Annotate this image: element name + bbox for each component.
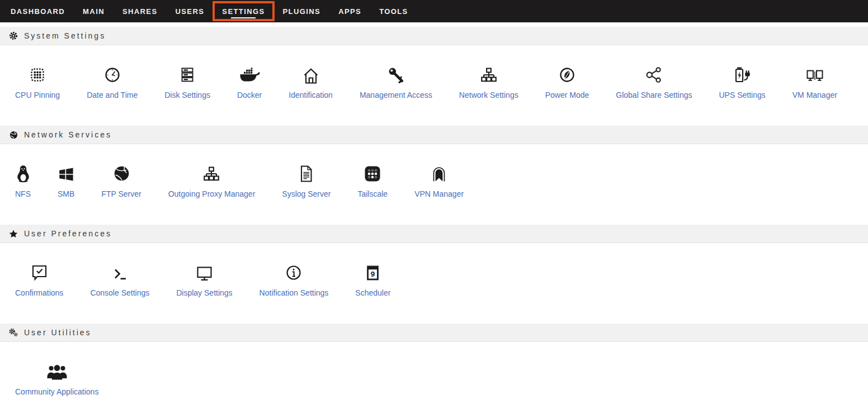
panel-label: Date and Time [87,91,138,99]
info-circle-icon [285,263,303,282]
microchip-icon [29,65,46,84]
panel-label: UPS Settings [719,91,765,99]
panel-identification[interactable]: Identification [275,65,346,99]
settings-page: System SettingsCPU PinningDate and TimeD… [0,27,868,404]
nav-item-settings[interactable]: SETTINGS [220,0,266,22]
nav-item-shares[interactable]: SHARES [121,0,159,22]
panel-ups-settings[interactable]: UPS Settings [705,65,779,99]
hood-arch-icon [431,164,447,183]
section-title: System Settings [24,31,106,40]
nav-item-label: PLUGINS [283,7,321,16]
panel-label: Console Settings [90,288,149,297]
panel-label: Syslog Server [282,189,331,198]
globe-icon [9,130,18,139]
star-icon [9,229,18,238]
panel-label: Outgoing Proxy Manager [168,189,256,198]
panel-community-applications[interactable]: Community Applications [2,362,112,396]
section-title: Network Services [24,130,112,139]
section-system-settings: System SettingsCPU PinningDate and TimeD… [0,27,868,126]
leaf-circle-icon [558,65,576,84]
panel-label: Power Mode [545,91,589,99]
panel-nfs[interactable]: NFS [2,164,44,198]
nav-item-label: DASHBOARD [11,7,65,16]
nav-item-plugins[interactable]: PLUGINS [281,0,323,22]
nav-item-tools[interactable]: TOOLS [378,0,410,22]
nav-item-main[interactable]: MAIN [81,0,106,22]
gears-icon [9,328,18,337]
nav-item-dashboard[interactable]: DASHBOARD [9,0,67,22]
panel-syslog-server[interactable]: Syslog Server [268,164,344,198]
section-title: User Utilities [24,328,92,337]
panel-label: Notification Settings [260,288,329,297]
panel-management-access[interactable]: Management Access [346,65,446,99]
panel-label: Identification [289,91,333,99]
panel-notification-settings[interactable]: Notification Settings [246,263,342,297]
panel-display-settings[interactable]: Display Settings [163,263,246,297]
nav-item-label: USERS [176,7,205,16]
nav-item-label: SHARES [122,7,158,16]
panel-label: VM Manager [792,91,837,99]
panel-cpu-pinning[interactable]: CPU Pinning [2,65,73,99]
panel-tailscale[interactable]: Tailscale [344,164,401,198]
nav-item-label: SETTINGS [222,7,265,16]
panel-label: FTP Server [101,189,141,198]
section-items-row: CPU PinningDate and TimeDisk SettingsDoc… [0,45,868,126]
docker-whale-icon [239,65,260,84]
panel-smb[interactable]: SMB [44,164,88,198]
section-user-preferences: User PreferencesConfirmationsConsole Set… [0,225,868,324]
nav-item-label: TOOLS [379,7,408,16]
panel-label: Tailscale [357,189,388,198]
svg-text:9: 9 [371,270,375,278]
check-bubble-icon [31,263,48,282]
panel-label: VPN Manager [414,189,464,198]
tux-icon [16,164,31,183]
panel-global-share-settings[interactable]: Global Share Settings [602,65,705,99]
top-navbar: DASHBOARDMAINSHARESUSERSSETTINGSPLUGINSA… [0,0,868,22]
panel-label: Scheduler [355,288,390,297]
sitemap-icon [202,164,221,183]
panel-label: SMB [58,189,74,198]
panel-label: Network Settings [459,91,518,99]
windows-icon [58,164,74,183]
calendar-icon: 9 [365,263,380,282]
section-header-user-utilities: User Utilities [0,324,868,342]
nav-item-label: APPS [338,7,361,16]
panel-docker[interactable]: Docker [224,65,275,99]
home-icon [302,65,320,84]
panel-ftp-server[interactable]: FTP Server [88,164,154,198]
panel-label: Confirmations [15,288,63,297]
panel-scheduler[interactable]: 9Scheduler [342,263,404,297]
nav-item-users[interactable]: USERS [174,0,206,22]
section-header-network-services: Network Services [0,126,868,144]
panel-power-mode[interactable]: Power Mode [532,65,603,99]
section-title: User Preferences [24,229,112,238]
monitor-icon [195,263,214,282]
panel-console-settings[interactable]: Console Settings [77,263,163,297]
section-network-services: Network ServicesNFSSMBFTP ServerOutgoing… [0,126,868,225]
sitemap-icon [479,65,498,84]
nav-item-apps[interactable]: APPS [337,0,363,22]
panel-label: Docker [237,91,262,99]
panel-vm-manager[interactable]: VM Manager [779,65,851,99]
share-nodes-icon [645,65,663,84]
panel-label: Community Applications [15,387,98,396]
panel-date-and-time[interactable]: Date and Time [73,65,151,99]
panel-vpn-manager[interactable]: VPN Manager [401,164,477,198]
panel-label: Management Access [360,91,432,99]
globe-solid-icon [112,164,131,183]
vm-monitors-icon [805,65,825,84]
panel-label: Global Share Settings [616,91,692,99]
users-group-icon [46,362,68,381]
section-items-row: NFSSMBFTP ServerOutgoing Proxy ManagerSy… [0,144,868,225]
panel-outgoing-proxy-manager[interactable]: Outgoing Proxy Manager [155,164,269,198]
panel-label: CPU Pinning [15,91,60,99]
panel-disk-settings[interactable]: Disk Settings [151,65,224,99]
section-items-row: ConfirmationsConsole SettingsDisplay Set… [0,243,868,324]
clock-icon [103,65,121,84]
section-user-utilities: User UtilitiesCommunity Applications [0,324,868,404]
panel-confirmations[interactable]: Confirmations [2,263,77,297]
tailscale-icon [364,164,381,183]
panel-label: NFS [15,189,31,198]
panel-network-settings[interactable]: Network Settings [446,65,532,99]
key-icon [387,65,405,84]
